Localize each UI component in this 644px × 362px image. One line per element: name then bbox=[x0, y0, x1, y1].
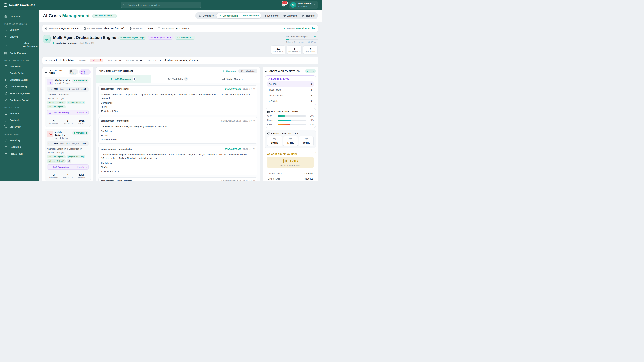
tab-results[interactable]: Results bbox=[300, 13, 317, 18]
bar-chart-icon bbox=[265, 70, 268, 72]
agent-tools-label: Function Tools (4): bbox=[47, 151, 88, 154]
agent-name: Crisis Detector bbox=[55, 131, 70, 137]
runtime-bar: RUNTIME LangGraph v0.1.4 VECTOR STORE Pi… bbox=[42, 25, 318, 32]
crisis-value: Central Distribution Hub, Elk Gro… bbox=[158, 59, 199, 62]
severity-field: SEVERITY Critical bbox=[79, 59, 103, 62]
tab-approval[interactable]: Approval bbox=[281, 13, 300, 18]
tab-vector-memory[interactable]: Vector Memory bbox=[205, 75, 260, 83]
sidebar-item-all-orders[interactable]: All Orders bbox=[2, 63, 37, 70]
tab-orchestration[interactable]: Orchestration Agent execution bbox=[216, 13, 261, 18]
sidebar-item-dashboard[interactable]: Dashboard bbox=[2, 13, 37, 20]
message-type: ACKNOWLEDGMENT bbox=[221, 120, 241, 122]
avatar: JM bbox=[290, 2, 296, 8]
tab-decisions[interactable]: Decisions bbox=[261, 13, 281, 18]
crisis-value: Vehicle_breakdown bbox=[54, 59, 74, 62]
tab-label: Decisions bbox=[268, 14, 278, 17]
agent-role: Anomaly Detection & Classification bbox=[47, 148, 88, 150]
tab-tool-calls[interactable]: Tool Calls 7 bbox=[150, 75, 205, 83]
cpu-icon bbox=[222, 78, 225, 80]
monitor-icon bbox=[45, 70, 48, 73]
lightbulb-icon bbox=[47, 79, 53, 85]
sidebar-item-products[interactable]: Products bbox=[2, 117, 37, 123]
sidebar-item-driver-performance[interactable]: Driver Performance bbox=[2, 40, 37, 50]
cot-label: CoT Reasoning bbox=[53, 166, 68, 168]
sidebar-section-fleet: FLEET OPERATIONS bbox=[2, 20, 37, 26]
tab-label: Results bbox=[306, 14, 314, 17]
sidebar-item-vendors[interactable]: Vendors bbox=[2, 110, 37, 117]
user-role: Administrator bbox=[298, 5, 312, 7]
search-box[interactable] bbox=[121, 2, 201, 8]
vehicles-field: VEHICLES 28 bbox=[108, 59, 122, 62]
sidebar-item-customer-portal[interactable]: Customer Portal bbox=[2, 97, 37, 103]
sidebar-item-drivers[interactable]: Drivers bbox=[2, 33, 37, 40]
runtime-label: VECTOR STORE bbox=[87, 27, 102, 29]
crisis-label: SEVERITY bbox=[79, 59, 88, 62]
message-text: Crisis Detection Complete. Identified ve… bbox=[101, 153, 255, 160]
cot-label: CoT Reasoning bbox=[53, 111, 68, 114]
sidebar-item-receiving[interactable]: Receiving bbox=[2, 144, 37, 150]
user-menu[interactable]: JM John Mitchell Administrator bbox=[289, 1, 318, 9]
tab-count-badge: 4 bbox=[132, 77, 136, 81]
agent-model: claude-3-opus bbox=[55, 82, 70, 84]
agent-card-crisis-detector[interactable]: Crisis Detector gpt-4-turbo Completed ct… bbox=[45, 129, 91, 181]
search-icon bbox=[123, 3, 126, 6]
latency-p99: P99 905ms bbox=[299, 136, 314, 146]
agent-name: Orchestrator bbox=[55, 79, 70, 82]
sidebar-item-storefront[interactable]: Storefront bbox=[2, 124, 37, 130]
latency-p50: P50 196ms bbox=[267, 136, 282, 146]
message-to: orchestrator bbox=[119, 148, 132, 150]
message-text: Received Orchestrator analysis. Integrat… bbox=[101, 125, 255, 128]
sidebar-item-label: Products bbox=[10, 119, 20, 121]
message-time: 01:01:50 PM bbox=[243, 120, 255, 122]
stat-label: LLM AGENTS bbox=[273, 51, 284, 52]
tab-label: Approval bbox=[287, 14, 298, 17]
dollar-circle-icon bbox=[267, 153, 270, 155]
tab-configure[interactable]: Configure bbox=[196, 13, 216, 18]
sidebar-item-label: Drivers bbox=[10, 35, 18, 38]
a2a-message: orchestrator orchestrator ACKNOWLEDGMENT… bbox=[98, 117, 258, 144]
tab-a2a-messages[interactable]: A2A Messages 4 bbox=[96, 75, 150, 83]
dag-badge: Directed Acyclic Graph bbox=[118, 35, 146, 39]
tab-sub-label: Agent execution bbox=[242, 14, 258, 17]
bar-chart-icon bbox=[4, 43, 20, 46]
runtime-item: VECTOR STORE Pinecone (cosine) bbox=[83, 27, 124, 30]
crisis-context-bar: CRISIS Vehicle_breakdown SEVERITY Critic… bbox=[42, 57, 318, 64]
engine-title: Multi-Agent Orchestration Engine bbox=[53, 35, 116, 40]
search-input[interactable] bbox=[128, 4, 199, 6]
sidebar-item-pick-pack[interactable]: Pick & Pack bbox=[2, 150, 37, 157]
activity-stream-panel: REAL-TIME ACTIVITY STREAM Streaming P50:… bbox=[96, 67, 260, 181]
latency-meta: Latency: 195.672ms bbox=[298, 41, 316, 43]
sidebar-item-dispatch-board[interactable]: Dispatch Board bbox=[2, 77, 37, 83]
crisis-value: 28 bbox=[119, 59, 121, 62]
sidebar-item-inventory[interactable]: Inventory bbox=[2, 137, 37, 143]
multi-model-badge: Multi-Model bbox=[79, 69, 91, 75]
sidebar-item-vehicles[interactable]: Vehicles bbox=[2, 27, 37, 33]
progress-label: DAG Execution Progress bbox=[286, 35, 308, 38]
brand-name: Nexgile-SwarmOps bbox=[9, 3, 35, 6]
crisis-label: DELIVERIES bbox=[126, 59, 138, 62]
metric-row-api-calls: API Calls 0 bbox=[267, 98, 314, 104]
agent-card-orchestrator[interactable]: Orchestrator claude-3-opus Completed ctx… bbox=[45, 77, 91, 127]
agent-tool-chips: [object Object] [object Object] [object … bbox=[47, 155, 88, 163]
package-icon bbox=[4, 119, 8, 122]
progress-track bbox=[286, 39, 318, 40]
page-title: AI Crisis Management bbox=[43, 13, 90, 18]
stat-value: 4 bbox=[294, 47, 295, 50]
plus-icon bbox=[4, 72, 8, 75]
cot-reasoning-bar: CoT Reasoning Complete bbox=[47, 110, 88, 115]
sidebar-item-order-tracking[interactable]: Order Tracking bbox=[2, 83, 37, 90]
stat-a2a-messages: 4 A2A MESSAGES bbox=[287, 45, 302, 54]
sidebar-item-pod-management[interactable]: POD Management bbox=[2, 90, 37, 96]
message-to: orchestrator bbox=[116, 119, 130, 122]
active-count-badge: 11 Active bbox=[68, 69, 78, 75]
building-icon bbox=[4, 112, 8, 115]
sidebar-item-create-order[interactable]: Create Order bbox=[2, 70, 37, 76]
notifications-button[interactable]: 132 bbox=[281, 2, 286, 7]
message-meta: 50 tokens100ms bbox=[101, 138, 255, 141]
agent-stat-context: 200KCONTEXT bbox=[75, 119, 88, 124]
sidebar-item-label: Vehicles bbox=[10, 29, 19, 31]
card-title: LATENCY PERCENTILES bbox=[271, 132, 298, 135]
stat-llm-agents: 11 LLM AGENTS bbox=[271, 45, 286, 54]
sidebar-item-route-planning[interactable]: Route Planning bbox=[2, 50, 37, 56]
agent-params: ctx:200K temp:0.3 max_tok:4096 bbox=[47, 87, 88, 91]
